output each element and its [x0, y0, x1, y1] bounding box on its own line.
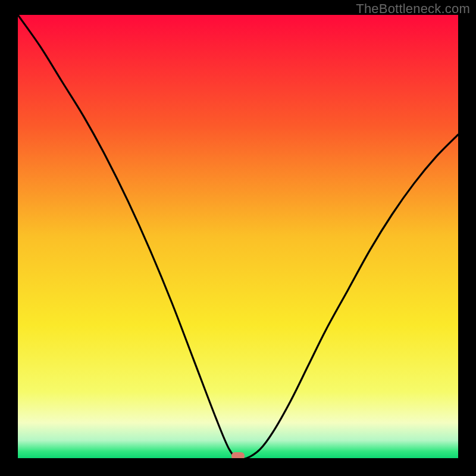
watermark-text: TheBottleneck.com: [356, 1, 470, 17]
chart-svg: [18, 15, 458, 458]
chart-frame: TheBottleneck.com: [0, 0, 476, 476]
optimal-marker: [231, 452, 245, 458]
chart-plot-area: [18, 15, 458, 458]
gradient-background: [18, 15, 458, 458]
